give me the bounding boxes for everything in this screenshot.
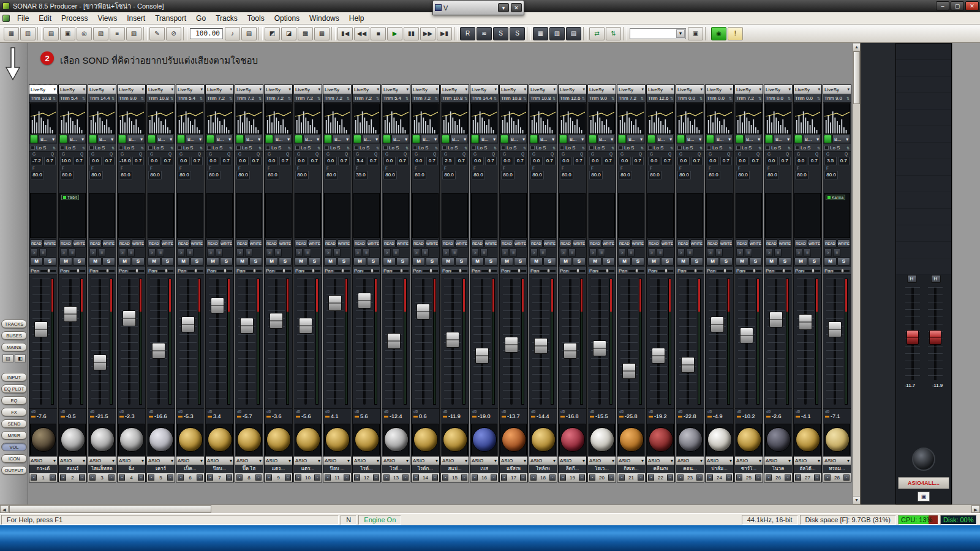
eq-plot[interactable] bbox=[30, 103, 56, 134]
instrument-selector[interactable]: LiveSy ▾ bbox=[676, 85, 704, 94]
menu-go[interactable]: Go bbox=[191, 13, 211, 24]
input-echo-icon[interactable]: ≈ bbox=[148, 249, 156, 257]
output-selector[interactable]: ASIO ▾ bbox=[823, 456, 851, 465]
solo-button[interactable]: S bbox=[720, 257, 733, 266]
pan-thumb[interactable] bbox=[400, 269, 403, 273]
pan-control[interactable]: Pan bbox=[529, 267, 557, 275]
track-options-icon[interactable]: ▫ bbox=[344, 474, 350, 481]
solo-button[interactable]: S bbox=[43, 257, 56, 266]
input-echo-icon[interactable]: ≈ bbox=[207, 249, 214, 257]
compressor-row[interactable]: Lo S ⇅ bbox=[147, 144, 175, 152]
solo-button[interactable]: S bbox=[279, 257, 292, 266]
trim-control[interactable]: Trim 7.2 ⇅ bbox=[265, 94, 292, 103]
track-manager-icon[interactable]: ▪ bbox=[119, 474, 125, 481]
instrument-selector[interactable]: LiveSy ▾ bbox=[29, 85, 57, 94]
fader-db-value[interactable]: -2.3 bbox=[125, 413, 135, 419]
automation-read-button[interactable]: READ bbox=[765, 239, 778, 248]
track-options-icon[interactable]: ▫ bbox=[755, 474, 761, 481]
trim-control[interactable]: Trim 7.2 ⇅ bbox=[353, 94, 380, 103]
solo-button[interactable]: S bbox=[778, 257, 791, 266]
trim-control[interactable]: Trim 10.8 ⇅ bbox=[500, 94, 527, 103]
eq-band-selector[interactable]: B... ▾ bbox=[97, 135, 115, 143]
compressor-enable-checkbox[interactable] bbox=[266, 146, 270, 150]
input-echo-icon[interactable]: ≈ bbox=[442, 249, 450, 257]
fx-bin[interactable] bbox=[589, 193, 615, 238]
instrument-selector[interactable]: LiveSy ▾ bbox=[617, 85, 645, 94]
eq-enable-button[interactable] bbox=[647, 135, 655, 143]
groove-clip-button[interactable]: ▤ bbox=[566, 27, 581, 40]
track-options-icon[interactable]: ▫ bbox=[285, 474, 291, 481]
output-selector[interactable]: ASIO ▾ bbox=[647, 456, 674, 465]
eq-band-selector[interactable]: B... ▾ bbox=[421, 135, 439, 143]
eq-band-selector[interactable]: B... ▾ bbox=[391, 135, 409, 143]
eq-gain-value[interactable]: 0.0 bbox=[89, 157, 102, 165]
sidebar-vol[interactable]: VOL bbox=[1, 443, 27, 451]
track-name[interactable]: ทรอม... bbox=[823, 465, 851, 473]
instrument-selector[interactable]: LiveSy ▾ bbox=[559, 85, 586, 94]
output-selector[interactable]: ASIO ▾ bbox=[235, 456, 263, 465]
fx-bin[interactable] bbox=[412, 193, 439, 238]
automation-read-button[interactable]: READ bbox=[559, 239, 572, 248]
interleave-icon[interactable]: ≡ bbox=[627, 249, 635, 257]
automation-read-button[interactable]: READ bbox=[236, 239, 249, 248]
instrument-icon[interactable] bbox=[384, 427, 409, 452]
track-manager-icon[interactable]: ▪ bbox=[295, 474, 301, 481]
eq-freq-value[interactable]: 80.0 bbox=[413, 171, 426, 179]
eq-band-selector[interactable]: B... ▾ bbox=[774, 135, 791, 143]
eq-freq-value[interactable]: 80.0 bbox=[589, 171, 603, 179]
interleave-icon[interactable]: ≡ bbox=[216, 249, 223, 257]
trim-control[interactable]: Trim 5.4 ⇅ bbox=[176, 94, 204, 103]
eq-q-value[interactable]: 0.7 bbox=[221, 157, 233, 165]
volume-fader[interactable] bbox=[591, 279, 608, 405]
output-selector[interactable]: ASIO ▾ bbox=[764, 456, 792, 465]
compressor-enable-checkbox[interactable] bbox=[560, 146, 564, 150]
eq-gain-value[interactable]: 3.5 bbox=[824, 157, 837, 165]
interleave-icon[interactable]: ≡ bbox=[186, 249, 194, 257]
eq-freq-value[interactable]: 80.0 bbox=[648, 171, 662, 179]
compressor-row[interactable]: Lo S ⇅ bbox=[470, 144, 498, 152]
input-echo-icon[interactable]: ≈ bbox=[795, 249, 802, 257]
eq-plot[interactable] bbox=[59, 103, 86, 134]
output-selector[interactable]: ASIO ▾ bbox=[617, 456, 645, 465]
eq-freq-value[interactable]: 80.0 bbox=[266, 171, 279, 179]
eq-gain-value[interactable]: 0.0 bbox=[736, 157, 748, 165]
track-name[interactable]: โอเว... bbox=[588, 465, 616, 473]
fader-handle[interactable] bbox=[240, 318, 254, 334]
eq-q-value[interactable]: 0.7 bbox=[103, 157, 115, 165]
track-name[interactable]: สแนร์ bbox=[59, 465, 86, 473]
instrument-selector[interactable]: LiveSy ▾ bbox=[235, 85, 263, 94]
track-manager-icon[interactable]: ▪ bbox=[207, 474, 213, 481]
eq-band-selector[interactable]: B... ▾ bbox=[362, 135, 380, 143]
trim-control[interactable]: Trim 7.2 ⇅ bbox=[323, 94, 351, 103]
pan-thumb[interactable] bbox=[253, 269, 256, 273]
instrument-selector[interactable]: LiveSy ▾ bbox=[794, 85, 821, 94]
input-echo-icon[interactable]: ≈ bbox=[766, 249, 773, 257]
volume-fader[interactable] bbox=[326, 279, 344, 405]
automation-write-button[interactable]: WRITE bbox=[661, 239, 674, 248]
fader-db-value[interactable]: -3.6 bbox=[272, 413, 282, 419]
fx-chip[interactable]: Karma bbox=[826, 195, 845, 200]
input-echo-icon[interactable]: ≈ bbox=[178, 249, 185, 257]
fader-db-value[interactable]: 5.6 bbox=[360, 413, 368, 419]
fx-bin[interactable] bbox=[89, 193, 115, 238]
eq-gain-value[interactable]: 0.0 bbox=[325, 157, 337, 165]
fx-bin[interactable] bbox=[30, 193, 56, 238]
pan-thumb[interactable] bbox=[224, 269, 227, 273]
fader-db-value[interactable]: -5.6 bbox=[301, 413, 311, 419]
automation-write-button[interactable]: WRITE bbox=[102, 239, 115, 248]
fader-handle[interactable] bbox=[417, 304, 430, 320]
mute-button[interactable]: M bbox=[471, 257, 484, 266]
interleave-icon[interactable]: ≡ bbox=[745, 249, 752, 257]
instrument-selector[interactable]: LiveSy ▾ bbox=[88, 85, 116, 94]
automation-write-button[interactable]: WRITE bbox=[602, 239, 615, 248]
fader-handle[interactable] bbox=[505, 337, 518, 353]
compressor-enable-checkbox[interactable] bbox=[295, 146, 300, 150]
pan-control[interactable]: Pan bbox=[206, 267, 233, 275]
trim-control[interactable]: Trim 0.0 ⇅ bbox=[764, 94, 792, 103]
eq-q-value[interactable]: 0.7 bbox=[74, 157, 86, 165]
sync-send-button[interactable]: ⇄ bbox=[589, 27, 605, 40]
mute-button[interactable]: M bbox=[412, 257, 425, 266]
track-options-icon[interactable]: ▫ bbox=[520, 474, 526, 481]
eq-q-value[interactable]: 0.7 bbox=[309, 157, 321, 165]
eq-enable-button[interactable] bbox=[736, 135, 744, 143]
